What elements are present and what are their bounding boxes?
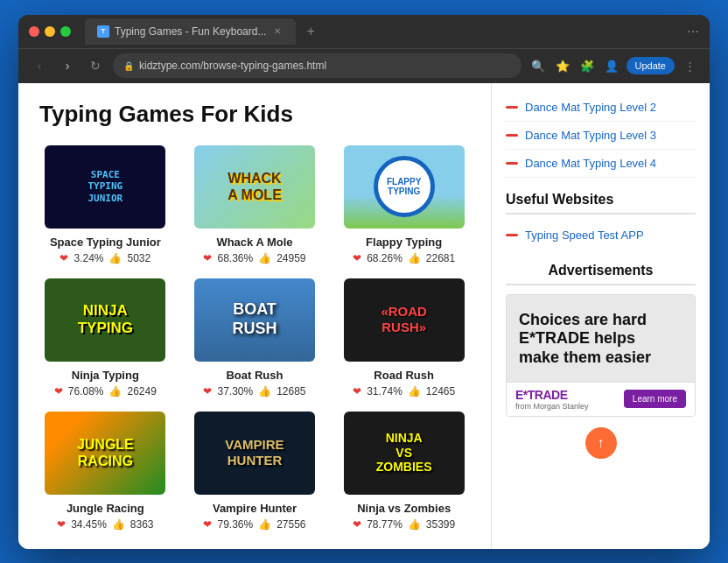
ssl-lock-icon: 🔒 xyxy=(123,61,134,71)
heart-icon: ❤ xyxy=(203,385,212,398)
thumbs-icon: 👍 xyxy=(408,518,421,531)
bookmark-icon[interactable]: ⭐ xyxy=(553,56,572,75)
minimize-button[interactable] xyxy=(45,26,55,37)
ad-headline: Choices are hardE*TRADE helpsmake them e… xyxy=(519,311,682,368)
thumb-count: 27556 xyxy=(276,518,305,531)
tab-title: Typing Games - Fun Keyboard... xyxy=(115,25,266,38)
dash-icon xyxy=(506,134,518,137)
heart-icon: ❤ xyxy=(57,518,66,531)
heart-percent: 34.45% xyxy=(71,518,107,531)
ad-learn-more-button[interactable]: Learn more xyxy=(624,390,686,408)
arrow-up-icon: ↑ xyxy=(598,435,605,451)
sidebar-item-dance-mat-4[interactable]: Dance Mat Typing Level 4 xyxy=(506,150,696,178)
forward-button[interactable]: › xyxy=(57,55,78,76)
heart-icon: ❤ xyxy=(203,518,212,531)
heart-icon: ❤ xyxy=(353,385,361,398)
thumbs-icon: 👍 xyxy=(408,252,421,264)
sidebar-item-dance-mat-3[interactable]: Dance Mat Typing Level 3 xyxy=(506,122,696,150)
game-thumbnail: FLAPPYTYPING xyxy=(344,145,465,229)
ad-brand: E*TRADE from Morgan Stanley xyxy=(515,388,589,411)
thumb-text: BOAT RUSH xyxy=(232,300,276,338)
thumbs-icon: 👍 xyxy=(258,252,271,264)
dash-icon xyxy=(506,234,518,236)
game-card-road-rush[interactable]: «ROAD RUSH» Road Rush ❤ 31.74% 👍 12465 xyxy=(338,278,470,398)
game-thumbnail: BOAT RUSH xyxy=(194,278,315,362)
sidebar-item-dance-mat-2[interactable]: Dance Mat Typing Level 2 xyxy=(506,94,696,122)
heart-percent: 68.36% xyxy=(217,252,253,264)
game-stats: ❤ 31.74% 👍 12465 xyxy=(353,385,455,398)
flappy-circle: FLAPPYTYPING xyxy=(374,156,435,217)
address-bar[interactable]: 🔒 kidztype.com/browse-typing-games.html xyxy=(113,53,522,78)
game-name: Space Typing Junior xyxy=(50,236,161,249)
game-card-ninja-typing[interactable]: NINJA TYPING Ninja Typing ❤ 76.08% 👍 262… xyxy=(39,278,172,398)
heart-icon: ❤ xyxy=(203,252,212,264)
game-stats: ❤ 76.08% 👍 26249 xyxy=(54,385,157,398)
game-thumbnail: SPACE TYPING JUNIOR xyxy=(45,145,165,229)
thumb-count: 8363 xyxy=(130,518,154,531)
ad-box: Choices are hardE*TRADE helpsmake them e… xyxy=(506,294,696,417)
useful-websites-title: Useful Websites xyxy=(506,192,696,215)
thumbs-icon: 👍 xyxy=(258,518,271,531)
sidebar-link-text: Typing Speed Test APP xyxy=(525,229,644,242)
thumb-text: NINJA VS ZOMBIES xyxy=(376,431,432,475)
game-stats: ❤ 34.45% 👍 8363 xyxy=(57,518,153,531)
thumbs-icon: 👍 xyxy=(108,385,122,398)
profile-icon[interactable]: 👤 xyxy=(602,56,621,75)
heart-icon: ❤ xyxy=(353,518,361,531)
tab-close-button[interactable]: ✕ xyxy=(271,25,284,38)
maximize-button[interactable] xyxy=(60,26,71,37)
games-grid: SPACE TYPING JUNIOR Space Typing Junior … xyxy=(39,145,470,531)
game-stats: ❤ 79.36% 👍 27556 xyxy=(203,518,305,531)
game-card-boat-rush[interactable]: BOAT RUSH Boat Rush ❤ 37.30% 👍 12685 xyxy=(189,278,321,398)
ad-brand-name: E*TRADE xyxy=(515,388,589,402)
game-card-vampire-hunter[interactable]: VAMPIRE HUNTER Vampire Hunter ❤ 79.36% 👍… xyxy=(189,412,321,531)
new-tab-button[interactable]: + xyxy=(306,24,314,39)
advertisements-section: Advertisements Choices are hardE*TRADE h… xyxy=(506,263,696,417)
thumb-count: 26249 xyxy=(127,385,156,398)
game-stats: ❤ 37.30% 👍 12685 xyxy=(203,385,305,398)
game-stats: ❤ 78.77% 👍 35399 xyxy=(353,518,455,531)
reload-button[interactable]: ↻ xyxy=(85,55,106,76)
game-name: Jungle Racing xyxy=(66,502,144,515)
navigation-bar: ‹ › ↻ 🔒 kidztype.com/browse-typing-games… xyxy=(18,48,710,83)
game-stats: ❤ 68.26% 👍 22681 xyxy=(353,252,455,264)
thumb-text: «ROAD RUSH» xyxy=(381,304,427,335)
game-thumbnail: VAMPIRE HUNTER xyxy=(194,412,315,495)
back-button[interactable]: ‹ xyxy=(29,55,50,76)
scroll-to-top-button[interactable]: ↑ xyxy=(585,427,617,459)
thumbs-icon: 👍 xyxy=(112,518,125,531)
sidebar-item-typing-speed-test[interactable]: Typing Speed Test APP xyxy=(506,222,696,249)
tab-menu-button[interactable]: ⋯ xyxy=(687,25,699,39)
heart-percent: 3.24% xyxy=(74,252,103,264)
game-thumbnail: «ROAD RUSH» xyxy=(344,278,465,362)
game-card-ninja-vs-zombies[interactable]: NINJA VS ZOMBIES Ninja vs Zombies ❤ 78.7… xyxy=(338,412,470,531)
game-card-flappy-typing[interactable]: FLAPPYTYPING Flappy Typing ❤ 68.26% 👍 22… xyxy=(338,145,470,264)
thumb-text: WHACK A MOLE xyxy=(228,170,282,203)
update-button[interactable]: Update xyxy=(626,57,675,74)
menu-icon[interactable]: ⋮ xyxy=(680,56,699,75)
heart-percent: 76.08% xyxy=(68,385,104,398)
search-icon[interactable]: 🔍 xyxy=(528,56,548,75)
heart-percent: 68.26% xyxy=(367,252,402,264)
game-name: Road Rush xyxy=(374,369,434,382)
heart-icon: ❤ xyxy=(60,252,68,264)
ad-footer: E*TRADE from Morgan Stanley Learn more xyxy=(507,382,695,416)
browser-tab[interactable]: T Typing Games - Fun Keyboard... ✕ xyxy=(85,18,296,45)
game-name: Ninja vs Zombies xyxy=(357,502,451,515)
close-button[interactable] xyxy=(29,26,39,37)
game-card-space-typing-junior[interactable]: SPACE TYPING JUNIOR Space Typing Junior … xyxy=(39,145,172,264)
game-thumbnail: NINJA VS ZOMBIES xyxy=(344,412,465,495)
ads-title: Advertisements xyxy=(506,263,696,285)
ad-inner: Choices are hardE*TRADE helpsmake them e… xyxy=(507,295,695,382)
game-card-whack-a-mole[interactable]: WHACK A MOLE Whack A Mole ❤ 68.36% 👍 249… xyxy=(189,145,321,264)
game-stats: ❤ 68.36% 👍 24959 xyxy=(203,252,305,264)
thumb-text: SPACE TYPING JUNIOR xyxy=(88,169,122,204)
extensions-icon[interactable]: 🧩 xyxy=(578,56,597,75)
game-stats: ❤ 3.24% 👍 5032 xyxy=(60,252,150,264)
thumb-text: NINJA TYPING xyxy=(78,302,133,338)
game-name: Whack A Mole xyxy=(216,236,292,249)
game-card-jungle-racing[interactable]: JUNGLE RACING Jungle Racing ❤ 34.45% 👍 8… xyxy=(39,412,172,531)
thumb-count: 12685 xyxy=(276,385,305,398)
heart-icon: ❤ xyxy=(353,252,361,264)
thumb-count: 24959 xyxy=(276,252,305,264)
